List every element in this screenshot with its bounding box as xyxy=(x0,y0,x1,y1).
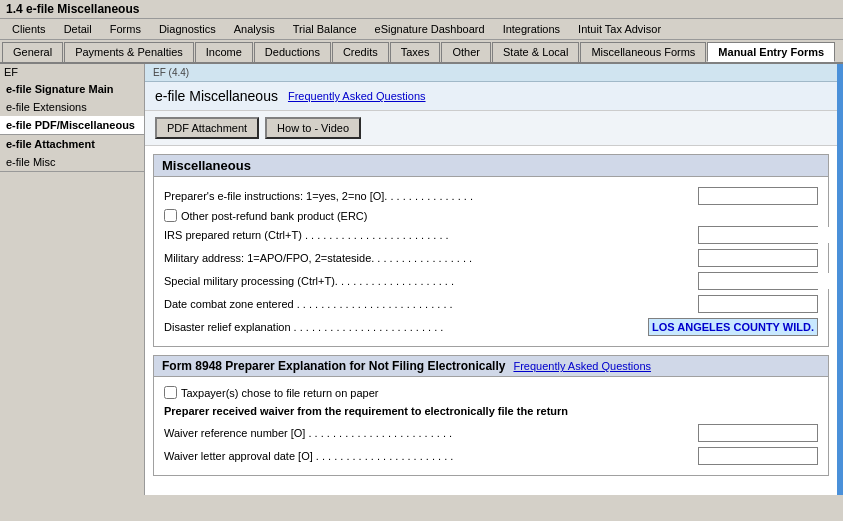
label-special-military: Special military processing (Ctrl+T). . … xyxy=(164,275,698,287)
content-title-bar: e-file Miscellaneous Frequently Asked Qu… xyxy=(145,82,837,111)
top-nav: Clients Detail Forms Diagnostics Analysi… xyxy=(0,19,843,40)
nav-clients[interactable]: Clients xyxy=(4,21,54,37)
faq-link-top[interactable]: Frequently Asked Questions xyxy=(288,90,426,102)
form-row-waiver-ref: Waiver reference number [O] . . . . . . … xyxy=(164,423,818,443)
input-irs-prepared[interactable] xyxy=(699,227,837,243)
input-combat-zone[interactable] xyxy=(698,295,818,313)
title-bar: 1.4 e-file Miscellaneous xyxy=(0,0,843,19)
form8948-title-bar: Form 8948 Preparer Explanation for Not F… xyxy=(154,356,828,377)
tab-deductions[interactable]: Deductions xyxy=(254,42,331,62)
sidebar-item-pdf-misc[interactable]: e-file PDF/Miscellaneous xyxy=(0,116,144,134)
tab-state-local[interactable]: State & Local xyxy=(492,42,579,62)
tab-payments-penalties[interactable]: Payments & Penalties xyxy=(64,42,194,62)
tab-credits[interactable]: Credits xyxy=(332,42,389,62)
nav-trial-balance[interactable]: Trial Balance xyxy=(285,21,365,37)
tab-other[interactable]: Other xyxy=(441,42,491,62)
label-waiver-date: Waiver letter approval date [O] . . . . … xyxy=(164,450,698,462)
tab-misc-forms[interactable]: Miscellaneous Forms xyxy=(580,42,706,62)
nav-forms[interactable]: Forms xyxy=(102,21,149,37)
form-row-combat-zone: Date combat zone entered . . . . . . . .… xyxy=(164,294,818,314)
nav-diagnostics[interactable]: Diagnostics xyxy=(151,21,224,37)
content-area: EF (4.4) e-file Miscellaneous Frequently… xyxy=(145,64,837,495)
main-layout: EF e-file Signature Main e-file Extensio… xyxy=(0,64,843,495)
sidebar-section-ef-label: EF xyxy=(0,64,144,80)
breadcrumb: EF (4.4) xyxy=(145,64,837,82)
label-disaster-relief: Disaster relief explanation . . . . . . … xyxy=(164,321,648,333)
label-other-post-refund: Other post-refund bank product (ERC) xyxy=(181,210,367,222)
label-waiver-ref: Waiver reference number [O] . . . . . . … xyxy=(164,427,698,439)
sidebar-item-attachment[interactable]: e-file Attachment xyxy=(0,135,144,153)
nav-analysis[interactable]: Analysis xyxy=(226,21,283,37)
form8948-content: Taxpayer(s) chose to file return on pape… xyxy=(154,377,828,475)
form-row-special-military: Special military processing (Ctrl+T). . … xyxy=(164,271,818,291)
form-row-preparer-efile: Preparer's e-file instructions: 1=yes, 2… xyxy=(164,186,818,206)
nav-detail[interactable]: Detail xyxy=(56,21,100,37)
tab-bar: General Payments & Penalties Income Dedu… xyxy=(0,40,843,64)
input-military-address[interactable] xyxy=(698,249,818,267)
form-row-waiver-date: Waiver letter approval date [O] . . . . … xyxy=(164,446,818,466)
input-special-military[interactable] xyxy=(699,273,837,289)
label-irs-prepared: IRS prepared return (Ctrl+T) . . . . . .… xyxy=(164,229,698,241)
form-row-taxpayer-chose: Taxpayer(s) chose to file return on pape… xyxy=(164,386,818,399)
pdf-attachment-button[interactable]: PDF Attachment xyxy=(155,117,259,139)
label-military-address: Military address: 1=APO/FPO, 2=stateside… xyxy=(164,252,698,264)
misc-section: Miscellaneous Preparer's e-file instruct… xyxy=(153,154,829,347)
dropdown-irs-prepared[interactable]: ▼ xyxy=(698,226,818,244)
tab-general[interactable]: General xyxy=(2,42,63,62)
form-row-disaster-relief: Disaster relief explanation . . . . . . … xyxy=(164,317,818,337)
breadcrumb-text: EF (4.4) xyxy=(153,67,189,78)
form-row-irs-prepared: IRS prepared return (Ctrl+T) . . . . . .… xyxy=(164,225,818,245)
nav-esignature[interactable]: eSignature Dashboard xyxy=(367,21,493,37)
input-waiver-ref[interactable] xyxy=(698,424,818,442)
sidebar-bottom-section: e-file Attachment e-file Misc xyxy=(0,135,144,172)
sidebar-item-signature-main[interactable]: e-file Signature Main xyxy=(0,80,144,98)
form-row-other-post-refund: Other post-refund bank product (ERC) xyxy=(164,209,818,222)
nav-tax-advisor[interactable]: Intuit Tax Advisor xyxy=(570,21,669,37)
checkbox-taxpayer-chose[interactable] xyxy=(164,386,177,399)
input-waiver-date[interactable] xyxy=(698,447,818,465)
sidebar-item-misc[interactable]: e-file Misc xyxy=(0,153,144,171)
label-combat-zone: Date combat zone entered . . . . . . . .… xyxy=(164,298,698,310)
form8948-section: Form 8948 Preparer Explanation for Not F… xyxy=(153,355,829,476)
preparer-waiver-label: Preparer received waiver from the requir… xyxy=(164,402,818,420)
tab-manual-entry[interactable]: Manual Entry Forms xyxy=(707,42,835,62)
howto-video-button[interactable]: How to - Video xyxy=(265,117,361,139)
form-row-military-address: Military address: 1=APO/FPO, 2=stateside… xyxy=(164,248,818,268)
blue-right-bar xyxy=(837,64,843,495)
tab-income[interactable]: Income xyxy=(195,42,253,62)
input-preparer-efile[interactable] xyxy=(698,187,818,205)
content-title: e-file Miscellaneous xyxy=(155,88,278,104)
form8948-title: Form 8948 Preparer Explanation for Not F… xyxy=(162,359,505,373)
faq-link-8948[interactable]: Frequently Asked Questions xyxy=(513,360,651,372)
sidebar: EF e-file Signature Main e-file Extensio… xyxy=(0,64,145,495)
label-taxpayer-chose: Taxpayer(s) chose to file return on pape… xyxy=(181,387,379,399)
nav-integrations[interactable]: Integrations xyxy=(495,21,568,37)
checkbox-other-post-refund[interactable] xyxy=(164,209,177,222)
misc-section-title: Miscellaneous xyxy=(154,155,828,177)
input-disaster-relief[interactable] xyxy=(648,318,818,336)
tab-taxes[interactable]: Taxes xyxy=(390,42,441,62)
label-preparer-efile: Preparer's e-file instructions: 1=yes, 2… xyxy=(164,190,698,202)
sidebar-top-section: EF e-file Signature Main e-file Extensio… xyxy=(0,64,144,135)
button-row: PDF Attachment How to - Video xyxy=(145,111,837,146)
dropdown-special-military[interactable]: ▼ xyxy=(698,272,818,290)
sidebar-item-extensions[interactable]: e-file Extensions xyxy=(0,98,144,116)
title-text: 1.4 e-file Miscellaneous xyxy=(6,2,139,16)
misc-section-content: Preparer's e-file instructions: 1=yes, 2… xyxy=(154,177,828,346)
